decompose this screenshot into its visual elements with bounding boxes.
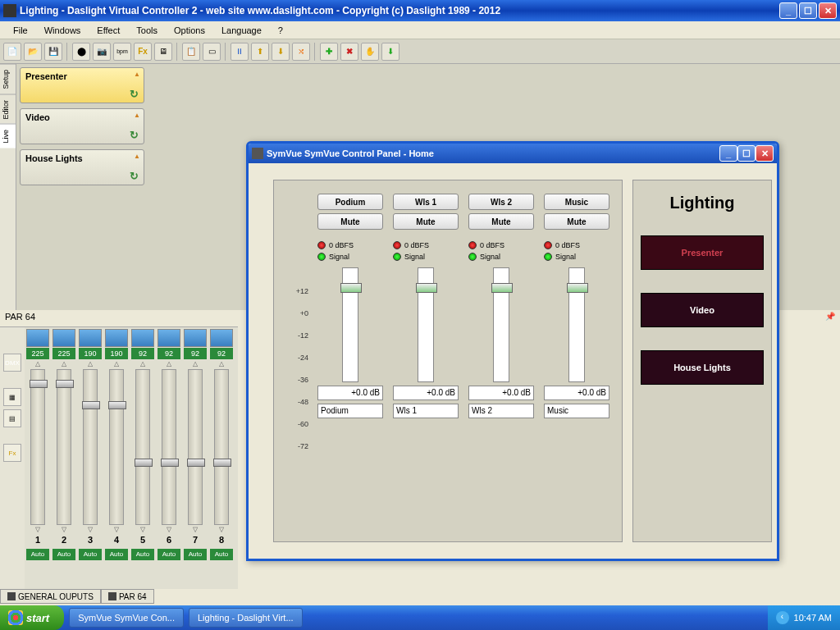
channel-name-button[interactable]: Podium [317,194,383,210]
channel-thumb[interactable] [210,329,233,347]
monitor-button[interactable]: 🖥 [154,43,172,61]
sidebar-tool-2[interactable]: ▤ [3,409,21,427]
level-meter[interactable] [493,267,509,382]
auto-button[interactable]: Auto [52,549,75,560]
fader-handle[interactable] [82,401,100,409]
down-arrow-icon[interactable]: ▽ [62,526,66,534]
fader-track[interactable] [135,369,150,525]
symvue-maximize[interactable]: ☐ [737,145,756,162]
delete-button[interactable]: ✖ [340,43,358,61]
tray-expand-icon[interactable]: ‹ [776,611,789,624]
up-arrow-icon[interactable]: △ [193,360,198,368]
download-button[interactable]: ⬇ [381,43,399,61]
meter-handle[interactable] [491,283,513,293]
level-meter[interactable] [342,267,358,382]
hand-button[interactable]: ✋ [361,43,379,61]
taskbar-item[interactable]: Lighting - Daslight Virt... [189,608,303,628]
down-arrow-icon[interactable]: ▽ [35,526,40,534]
symvue-titlebar[interactable]: SymVue SymVue Control Panel - Home _ ☐ ✕ [249,144,777,163]
down-button[interactable]: ⬇ [272,43,290,61]
scene-video[interactable]: Video▲↻ [20,108,144,144]
auto-button[interactable]: Auto [79,549,102,560]
fader-track[interactable] [30,369,45,525]
scene-presenter[interactable]: Presenter▲↻ [20,67,144,103]
meter-handle[interactable] [567,283,588,293]
channel-name-button[interactable]: Wls 1 [393,194,459,210]
auto-button[interactable]: Auto [210,549,233,560]
auto-button[interactable]: Auto [131,549,154,560]
channel-label[interactable]: Wls 2 [468,404,534,418]
down-arrow-icon[interactable]: ▽ [88,526,93,534]
up-arrow-icon[interactable]: △ [140,360,145,368]
lighting-presenter[interactable]: Presenter [641,235,764,270]
auto-button[interactable]: Auto [26,549,49,560]
auto-button[interactable]: Auto [184,549,207,560]
channel-label[interactable]: Music [544,404,609,418]
fader-track[interactable] [83,369,98,525]
side-tab-live[interactable]: Live [0,124,16,148]
channel-label[interactable]: Podium [317,404,383,418]
start-button[interactable]: start [0,605,64,630]
sidebar-fx[interactable]: Fx [3,444,21,462]
menu-?[interactable]: ? [270,23,291,38]
channel-thumb[interactable] [158,329,180,347]
down-arrow-icon[interactable]: ▽ [140,526,145,534]
channel-thumb[interactable] [79,329,102,347]
new-button[interactable]: 📄 [3,43,21,61]
fader-handle[interactable] [187,459,205,467]
open-button[interactable]: 📂 [24,43,42,61]
up-arrow-icon[interactable]: △ [167,360,171,368]
fader-handle[interactable] [108,401,126,409]
add-button[interactable]: ✚ [320,43,338,61]
up-arrow-icon[interactable]: △ [62,360,66,368]
menu-language[interactable]: Language [213,23,270,38]
fader-handle[interactable] [30,380,48,388]
shuffle-button[interactable]: ⤭ [292,43,310,61]
auto-button[interactable]: Auto [158,549,180,560]
fader-track[interactable] [109,369,124,525]
up-arrow-icon[interactable]: △ [35,360,40,368]
up-arrow-icon[interactable]: △ [114,360,119,368]
auto-button[interactable]: Auto [105,549,128,560]
symvue-close[interactable]: ✕ [756,145,774,162]
menu-options[interactable]: Options [166,23,213,38]
channel-name-button[interactable]: Wls 2 [468,194,534,210]
mute-button[interactable]: Mute [317,213,383,230]
level-meter[interactable] [568,267,585,382]
fader-track[interactable] [188,369,203,525]
mute-button[interactable]: Mute [544,213,609,230]
pin-icon[interactable]: 📌 [825,312,835,321]
fx-button[interactable]: Fx [134,43,152,61]
minimize-button[interactable]: _ [779,2,797,19]
mute-button[interactable]: Mute [393,213,459,230]
symvue-minimize[interactable]: _ [719,145,737,162]
down-arrow-icon[interactable]: ▽ [167,526,171,534]
close-button[interactable]: ✕ [819,2,837,19]
channel-thumb[interactable] [184,329,207,347]
menu-windows[interactable]: Windows [36,23,89,38]
lighting-house-lights[interactable]: House Lights [641,350,764,385]
menu-effect[interactable]: Effect [89,23,128,38]
bottom-tab-general-ouputs[interactable]: GENERAL OUPUTS [0,589,101,604]
tool-button[interactable]: ⬤ [72,43,90,61]
save-button[interactable]: 💾 [44,43,62,61]
channel-thumb[interactable] [26,329,49,347]
menu-file[interactable]: File [5,23,36,38]
system-tray[interactable]: ‹ 10:47 AM [768,605,840,630]
level-meter[interactable] [418,267,434,382]
fader-track[interactable] [57,369,71,525]
tool-button-3[interactable]: ▭ [203,43,221,61]
meter-handle[interactable] [416,283,437,293]
fader-handle[interactable] [56,380,74,388]
camera-button[interactable]: 📷 [93,43,111,61]
dmx-badge[interactable]: DMX [3,354,21,372]
fader-handle[interactable] [135,459,153,467]
up-arrow-icon[interactable]: △ [219,360,224,368]
channel-thumb[interactable] [105,329,128,347]
fader-track[interactable] [162,369,176,525]
bottom-tab-par-64[interactable]: PAR 64 [101,589,154,604]
fader-handle[interactable] [213,459,231,467]
channel-thumb[interactable] [52,329,75,347]
channel-thumb[interactable] [131,329,154,347]
up-arrow-icon[interactable]: △ [88,360,93,368]
